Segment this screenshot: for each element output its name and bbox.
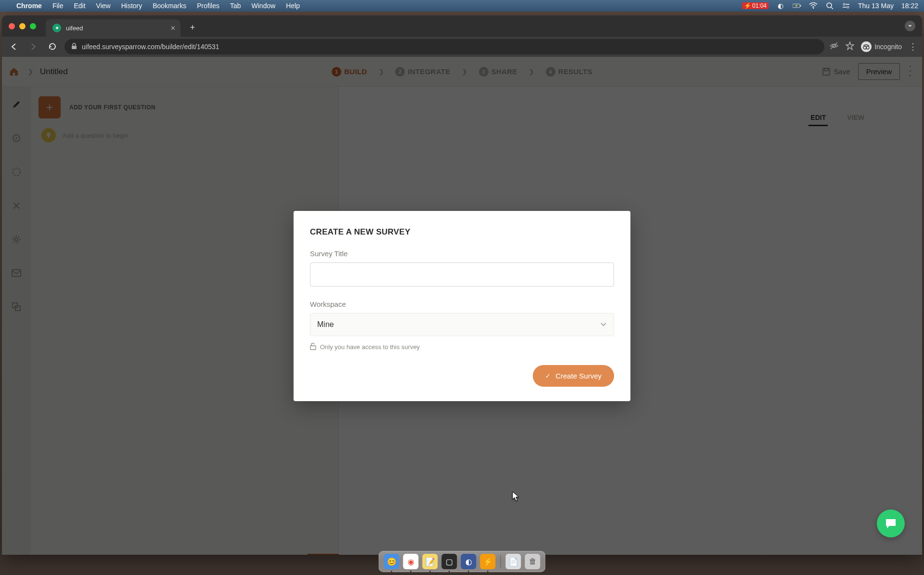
macos-dock: 😊 ◉ 📝 ▢ ◐ ⚡ 📄 🗑 [379,551,546,572]
tracking-icon[interactable] [829,41,839,52]
svg-point-8 [847,6,849,8]
window-close-button[interactable] [9,23,15,29]
menu-view[interactable]: View [96,2,111,10]
menubar-date[interactable]: Thu 13 May [858,2,894,10]
create-survey-label: Create Survey [555,372,602,380]
menu-help[interactable]: Help [286,2,300,10]
battery-charging-icon[interactable]: ⚡ [793,1,801,10]
menu-bookmarks[interactable]: Bookmarks [153,2,186,10]
lock-open-icon [310,343,316,352]
dock-app1[interactable]: ◐ [461,554,476,569]
dock-separator [500,555,501,568]
field-workspace: Workspace Mine [310,300,614,336]
survey-title-label: Survey Title [310,249,614,258]
workspace-select[interactable]: Mine [310,313,614,336]
menu-profiles[interactable]: Profiles [197,2,219,10]
create-survey-modal: CREATE A NEW SURVEY Survey Title Workspa… [294,211,630,401]
dock-notes[interactable]: 📝 [423,554,438,569]
status-icon-1[interactable]: ◐ [776,1,785,10]
window-zoom-button[interactable] [30,23,36,29]
svg-line-5 [831,7,833,9]
control-center-icon[interactable] [842,1,850,10]
spotlight-icon[interactable] [825,1,834,10]
svg-point-6 [843,3,845,5]
window-controls [9,23,36,29]
incognito-icon [861,41,872,52]
tab-favicon-icon: ✦ [52,24,61,32]
browser-toolbar: uifeed.surveysparrow.com/builder/edit/14… [2,37,922,57]
url-text: uifeed.surveysparrow.com/builder/edit/14… [82,43,219,51]
chrome-menu-icon[interactable]: ⋮ [909,41,917,52]
create-survey-button[interactable]: ✓ Create Survey [533,365,614,387]
reload-button[interactable] [45,39,60,54]
tab-overflow-icon[interactable] [905,21,915,31]
incognito-label: Incognito [874,43,902,51]
svg-point-13 [863,46,866,49]
access-note: Only you have access to this survey [310,343,614,352]
menubar-time[interactable]: 18:22 [901,2,918,10]
svg-point-14 [866,46,869,49]
battery-warning-icon[interactable]: ⚡01:04 [742,2,769,9]
new-tab-button[interactable]: + [185,20,200,35]
chat-fab[interactable] [877,510,905,537]
dock-chrome[interactable]: ◉ [403,554,419,569]
wifi-icon[interactable] [809,1,818,10]
survey-title-input[interactable] [310,262,614,287]
menu-edit[interactable]: Edit [74,2,85,10]
macos-menubar: Chrome File Edit View History Bookmarks … [0,0,924,12]
lock-icon [71,43,77,51]
forward-button[interactable] [26,39,40,54]
dock-downloads[interactable]: 📄 [506,554,521,569]
window-minimize-button[interactable] [19,23,26,29]
check-icon: ✓ [545,372,551,379]
dock-terminal[interactable]: ▢ [442,554,457,569]
field-survey-title: Survey Title [310,249,614,287]
svg-text:⚡: ⚡ [795,4,798,8]
menubar-app-name[interactable]: Chrome [16,2,42,10]
modal-title: CREATE A NEW SURVEY [310,227,614,237]
menu-file[interactable]: File [52,2,64,10]
menu-window[interactable]: Window [252,2,276,10]
browser-tab[interactable]: ✦ uifeed ✕ [46,19,180,37]
menu-history[interactable]: History [121,2,142,10]
tab-close-icon[interactable]: ✕ [170,25,176,32]
svg-point-4 [827,3,832,8]
bookmark-star-icon[interactable] [846,41,854,52]
dock-app2[interactable]: ⚡ [480,554,496,569]
svg-rect-1 [800,5,801,7]
tab-strip: ✦ uifeed ✕ + [2,15,922,37]
menu-tab[interactable]: Tab [230,2,241,10]
access-note-text: Only you have access to this survey [320,343,420,351]
chevron-down-icon [600,320,607,329]
workspace-value: Mine [317,320,334,329]
dock-finder[interactable]: 😊 [384,554,399,569]
address-bar[interactable]: uifeed.surveysparrow.com/builder/edit/14… [64,39,824,54]
modal-overlay[interactable]: CREATE A NEW SURVEY Survey Title Workspa… [2,57,922,555]
svg-point-3 [813,8,814,9]
svg-rect-10 [72,46,77,49]
tab-title: uifeed [66,25,83,32]
chrome-window: ✦ uifeed ✕ + uifeed.surveysparrow.com/bu… [2,15,922,555]
svg-line-12 [831,42,837,49]
workspace-label: Workspace [310,300,614,308]
back-button[interactable] [7,39,21,54]
chat-icon [885,518,897,529]
dock-trash[interactable]: 🗑 [525,554,540,569]
incognito-indicator[interactable]: Incognito [861,41,902,52]
app-content: ❯ Untitled 1 BUILD ❯ 2 INTEGRATE ❯ 3 SHA… [2,57,922,555]
svg-rect-26 [310,346,316,350]
